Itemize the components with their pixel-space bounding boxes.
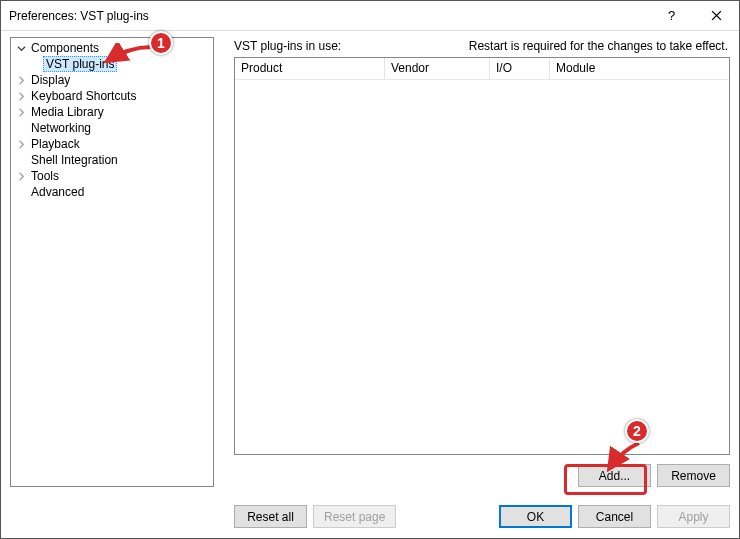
preferences-tree[interactable]: Components VST plug-ins Display Keyboard… [10,37,214,487]
tree-node-components[interactable]: Components [11,40,213,56]
apply-button: Apply [657,505,730,528]
expander-right-icon[interactable] [15,138,27,150]
list-caption: VST plug-ins in use: [234,39,341,53]
tree-label: Playback [29,137,82,151]
expander-right-icon[interactable] [15,74,27,86]
expander-right-icon[interactable] [15,90,27,102]
ok-button[interactable]: OK [499,505,572,528]
cancel-button[interactable]: Cancel [578,505,651,528]
tree-label-selected: VST plug-ins [43,56,117,72]
col-vendor[interactable]: Vendor [385,58,490,79]
tree-node-tools[interactable]: Tools [11,168,213,184]
tree-label: Media Library [29,105,106,119]
expander-down-icon[interactable] [15,42,27,54]
col-io[interactable]: I/O [490,58,550,79]
reset-page-button: Reset page [313,505,396,528]
listview-header: Product Vendor I/O Module [235,58,729,80]
plugin-listview[interactable]: Product Vendor I/O Module [234,57,730,455]
expander-right-icon[interactable] [15,106,27,118]
tree-node-advanced[interactable]: · Advanced [11,184,213,200]
add-button[interactable]: Add... [578,464,651,487]
tree-label: Networking [29,121,93,135]
tree-node-networking[interactable]: · Networking [11,120,213,136]
tree-label: Tools [29,169,61,183]
tree-node-shell[interactable]: · Shell Integration [11,152,213,168]
tree-node-keyboard[interactable]: Keyboard Shortcuts [11,88,213,104]
tree-node-media[interactable]: Media Library [11,104,213,120]
tree-label: Components [29,41,101,55]
expander-right-icon[interactable] [15,170,27,182]
col-module[interactable]: Module [550,58,729,79]
tree-node-playback[interactable]: Playback [11,136,213,152]
titlebar: Preferences: VST plug-ins ? [1,1,739,31]
window-title: Preferences: VST plug-ins [9,9,649,23]
tree-node-vst[interactable]: VST plug-ins [11,56,213,72]
tree-node-display[interactable]: Display [11,72,213,88]
tree-label: Shell Integration [29,153,120,167]
close-button[interactable] [694,1,739,31]
tree-label: Keyboard Shortcuts [29,89,138,103]
tree-label: Advanced [29,185,86,199]
bottom-button-row: Reset all Reset page OK Cancel Apply [228,502,730,528]
tree-label: Display [29,73,72,87]
remove-button[interactable]: Remove [657,464,730,487]
vst-panel: VST plug-ins in use: Restart is required… [228,37,730,487]
restart-message: Restart is required for the changes to t… [469,39,728,53]
help-button[interactable]: ? [649,1,694,31]
col-product[interactable]: Product [235,58,385,79]
content-area: Components VST plug-ins Display Keyboard… [10,37,730,528]
reset-all-button[interactable]: Reset all [234,505,307,528]
close-icon [711,10,722,21]
